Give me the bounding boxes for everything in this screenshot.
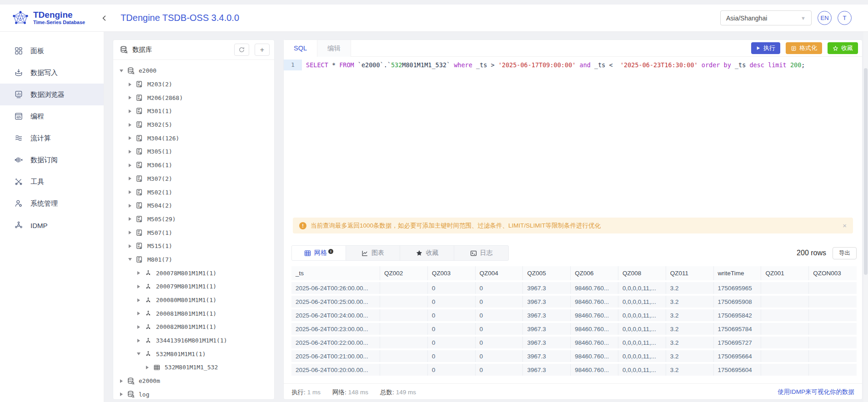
tree-node-M307(2)[interactable]: SM307(2) xyxy=(113,172,274,186)
tree-node-532M801M1M1_532[interactable]: 532M801M1M1_532 xyxy=(113,361,274,374)
tree-node-M801(7)[interactable]: SM801(7) xyxy=(113,253,274,267)
user-avatar[interactable]: T xyxy=(838,11,852,25)
expander-icon[interactable] xyxy=(135,312,142,315)
expander-icon[interactable] xyxy=(126,96,134,99)
sidebar-item-stream[interactable]: 流计算 xyxy=(0,127,104,149)
expander-icon[interactable] xyxy=(126,83,134,86)
expander-icon[interactable] xyxy=(144,366,151,369)
export-button[interactable]: 导出 xyxy=(833,247,857,259)
column-header-QZ002[interactable]: QZ002 xyxy=(380,266,428,280)
tree-node-M507(1)[interactable]: SM507(1) xyxy=(113,226,274,239)
sidebar-item-tools[interactable]: 工具 xyxy=(0,171,104,193)
query-limit-warning: ! 当前查询最多返回1000条数据，如必要可添加主键时间范围、过滤条件、LIMI… xyxy=(293,218,853,233)
language-badge[interactable]: EN xyxy=(818,11,832,25)
table-row[interactable]: 2025-06-24T00:23:00.00...003967.398460.7… xyxy=(291,323,857,335)
tree-node-M515(1)[interactable]: SM515(1) xyxy=(113,239,274,253)
sidebar-item-data-write[interactable]: 数据写入 xyxy=(0,62,104,84)
tree-node-200078M801M1M1(1)[interactable]: 200078M801M1M1(1) xyxy=(113,266,274,280)
expander-icon[interactable] xyxy=(126,136,134,140)
idmp-link[interactable]: 使用IDMP来可视化你的数据 xyxy=(778,388,854,396)
expander-icon[interactable] xyxy=(126,204,134,208)
table-row[interactable]: 2025-06-24T00:21:00.00...003967.398460.7… xyxy=(291,350,857,362)
results-tab-log[interactable]: 日志 xyxy=(454,246,508,260)
scrollbar-thumb[interactable] xyxy=(864,68,868,275)
tab-sql[interactable]: SQL xyxy=(284,40,317,57)
expander-icon[interactable] xyxy=(126,217,134,221)
timezone-select[interactable]: Asia/Shanghai ▼ xyxy=(720,10,812,25)
results-tab-chart[interactable]: 图表 xyxy=(346,246,400,260)
tree-node-e2000[interactable]: e2000 xyxy=(113,64,274,78)
table-row[interactable]: 2025-06-24T00:25:00.00...003967.398460.7… xyxy=(291,296,857,308)
tab-edit[interactable]: 编辑 xyxy=(317,40,351,57)
column-header-_ts[interactable]: _ts xyxy=(291,266,380,280)
expander-icon[interactable] xyxy=(126,177,134,180)
column-header-QZ001[interactable]: QZ001 xyxy=(761,266,809,280)
expander-icon[interactable] xyxy=(135,339,142,342)
expander-icon[interactable] xyxy=(126,244,134,248)
tree-node-200079M801M1M1(1)[interactable]: 200079M801M1M1(1) xyxy=(113,280,274,293)
column-header-QZON003[interactable]: QZON003 xyxy=(809,266,857,280)
sidebar-item-idmp[interactable]: IDMP xyxy=(0,214,104,236)
tree-node-200082M801M1M1(1)[interactable]: 200082M801M1M1(1) xyxy=(113,320,274,334)
column-header-QZ011[interactable]: QZ011 xyxy=(666,266,714,280)
add-database-button[interactable]: + xyxy=(255,44,270,56)
expander-icon[interactable] xyxy=(126,231,134,234)
tree-node-532M801M1M1(1)[interactable]: 532M801M1M1(1) xyxy=(113,347,274,361)
refresh-button[interactable] xyxy=(234,44,249,56)
column-header-QZ003[interactable]: QZ003 xyxy=(428,266,476,280)
sidebar-item-dashboard[interactable]: 面板 xyxy=(0,40,104,62)
expander-icon[interactable] xyxy=(118,392,125,396)
tree-node-log[interactable]: log xyxy=(113,388,274,402)
tree-node-M306(1)[interactable]: SM306(1) xyxy=(113,159,274,172)
expander-icon[interactable] xyxy=(135,325,142,329)
expander-icon[interactable] xyxy=(135,352,142,355)
tree-node-M301(1)[interactable]: SM301(1) xyxy=(113,104,274,118)
expander-icon[interactable] xyxy=(135,298,142,302)
expander-icon[interactable] xyxy=(118,69,125,72)
expander-icon[interactable] xyxy=(126,109,134,113)
sidebar-item-programming[interactable]: 编程 xyxy=(0,105,104,127)
table-row[interactable]: 2025-06-24T00:26:00.00...003967.398460.7… xyxy=(291,282,857,294)
table-row[interactable]: 2025-06-24T00:24:00.00...003967.398460.7… xyxy=(291,309,857,321)
expander-icon[interactable] xyxy=(126,258,134,261)
results-tab-star[interactable]: 收藏 xyxy=(400,246,454,260)
tree-node-M203(2)[interactable]: SM203(2) xyxy=(113,78,274,91)
favorite-button[interactable]: 收藏 xyxy=(828,42,858,54)
sidebar-item-admin[interactable]: 系统管理 xyxy=(0,193,104,214)
expander-icon[interactable] xyxy=(126,150,134,154)
column-header-writeTime[interactable]: writeTime xyxy=(714,266,762,280)
column-header-QZ008[interactable]: QZ008 xyxy=(618,266,666,280)
expander-icon[interactable] xyxy=(135,271,142,275)
sidebar-item-data-explorer[interactable]: 数据浏览器 xyxy=(0,84,104,105)
tree-node-M206(2868)[interactable]: SM206(2868) xyxy=(113,91,274,104)
tree-node-M502(1)[interactable]: SM502(1) xyxy=(113,185,274,199)
close-icon[interactable]: × xyxy=(843,222,847,229)
page-scrollbar[interactable] xyxy=(863,32,868,402)
svg-text:S: S xyxy=(140,139,141,142)
format-button[interactable]: 格式化 xyxy=(786,42,822,54)
tree-node-M304(126)[interactable]: SM304(126) xyxy=(113,131,274,145)
expander-icon[interactable] xyxy=(135,285,142,288)
table-row[interactable]: 2025-06-24T00:20:00.00...003967.398460.7… xyxy=(291,364,857,376)
tree-node-M305(1)[interactable]: SM305(1) xyxy=(113,145,274,159)
column-header-QZ004[interactable]: QZ004 xyxy=(476,266,523,280)
expander-icon[interactable] xyxy=(126,190,134,194)
run-button[interactable]: 执行 xyxy=(751,42,780,54)
tree-node-200081M801M1M1(1)[interactable]: 200081M801M1M1(1) xyxy=(113,307,274,320)
sidebar-collapse-icon[interactable] xyxy=(100,14,109,22)
tree-node-M504(2)[interactable]: SM504(2) xyxy=(113,199,274,213)
results-tab-grid[interactable]: 网格i xyxy=(292,246,346,260)
expander-icon[interactable] xyxy=(118,379,125,383)
column-header-QZ005[interactable]: QZ005 xyxy=(523,266,571,280)
sidebar-item-subscription[interactable]: 数据订阅 xyxy=(0,149,104,171)
tree-node-200080M801M1M1(1)[interactable]: 200080M801M1M1(1) xyxy=(113,293,274,307)
column-header-QZ006[interactable]: QZ006 xyxy=(571,266,618,280)
expander-icon[interactable] xyxy=(126,123,134,127)
table-row[interactable]: 2025-06-24T00:22:00.00...003967.398460.7… xyxy=(291,337,857,348)
sql-editor[interactable]: 1 SELECT * FROM `e2000`.`532M801M1M1_532… xyxy=(284,57,862,218)
tree-node-e2000m[interactable]: e2000m xyxy=(113,374,274,388)
tree-node-M302(5)[interactable]: SM302(5) xyxy=(113,118,274,132)
expander-icon[interactable] xyxy=(126,164,134,167)
tree-node-M505(29)[interactable]: SM505(29) xyxy=(113,213,274,226)
tree-node-334413916M801M1M1(1)[interactable]: 334413916M801M1M1(1) xyxy=(113,334,274,347)
